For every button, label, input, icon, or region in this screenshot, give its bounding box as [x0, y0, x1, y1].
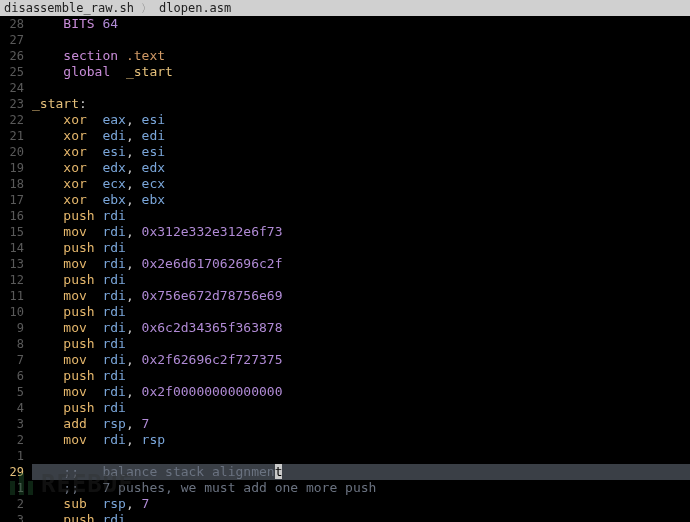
code-line[interactable]: 23_start: [0, 96, 690, 112]
code-editor[interactable]: 28 BITS 642726 section .text25 global _s… [0, 16, 690, 522]
code-line[interactable]: 1 [0, 448, 690, 464]
line-content[interactable]: push rdi [32, 368, 690, 384]
line-content[interactable]: section .text [32, 48, 690, 64]
code-line[interactable]: 7 mov rdi, 0x2f62696c2f727375 [0, 352, 690, 368]
line-content[interactable]: mov rdi, 0x756e672d78756e69 [32, 288, 690, 304]
code-line[interactable]: 20 xor esi, esi [0, 144, 690, 160]
line-content[interactable]: mov rdi, rsp [32, 432, 690, 448]
token-plain [32, 304, 63, 319]
token-plain [32, 224, 63, 239]
line-content[interactable]: xor eax, esi [32, 112, 690, 128]
code-line[interactable]: 16 push rdi [0, 208, 690, 224]
token-comment: ;; [63, 464, 79, 479]
line-number: 29 [0, 464, 32, 480]
token-register: rdi [102, 256, 125, 271]
code-line[interactable]: 3 push rdi [0, 512, 690, 522]
token-plain: , [126, 416, 142, 431]
code-line[interactable]: 26 section .text [0, 48, 690, 64]
token-plain [32, 48, 63, 63]
line-content[interactable]: sub rsp, 7 [32, 496, 690, 512]
line-content[interactable]: _start: [32, 96, 690, 112]
code-line[interactable]: 17 xor ebx, ebx [0, 192, 690, 208]
line-content[interactable]: push rdi [32, 240, 690, 256]
line-content[interactable]: mov rdi, 0x2e6d617062696c2f [32, 256, 690, 272]
code-line[interactable]: 6 push rdi [0, 368, 690, 384]
token-plain [118, 48, 126, 63]
code-line[interactable]: 24 [0, 80, 690, 96]
code-line[interactable]: 9 mov rdi, 0x6c2d34365f363878 [0, 320, 690, 336]
line-content[interactable]: mov rdi, 0x2f62696c2f727375 [32, 352, 690, 368]
token-comment: 7 pushes, we must add one more push [102, 480, 376, 495]
line-content[interactable]: xor edi, edi [32, 128, 690, 144]
breadcrumb-parent[interactable]: disassemble_raw.sh [4, 1, 134, 15]
token-plain [87, 192, 103, 207]
token-mnemonic: push [63, 400, 94, 415]
line-number: 24 [0, 80, 32, 96]
code-line[interactable]: 19 xor edx, edx [0, 160, 690, 176]
line-content[interactable]: push rdi [32, 512, 690, 522]
line-content[interactable]: xor ecx, ecx [32, 176, 690, 192]
token-plain [32, 128, 63, 143]
line-number: 13 [0, 256, 32, 272]
line-content[interactable]: global _start [32, 64, 690, 80]
token-number: 0x6c2d34365f363878 [142, 320, 283, 335]
code-line[interactable]: 2 sub rsp, 7 [0, 496, 690, 512]
code-line[interactable]: 10 push rdi [0, 304, 690, 320]
code-line[interactable]: 29 ;; balance stack alignment [0, 464, 690, 480]
code-line[interactable]: 25 global _start [0, 64, 690, 80]
line-number: 22 [0, 112, 32, 128]
line-content[interactable]: push rdi [32, 336, 690, 352]
code-line[interactable]: 4 push rdi [0, 400, 690, 416]
token-register: ebx [102, 192, 125, 207]
code-line[interactable]: 5 mov rdi, 0x2f00000000000000 [0, 384, 690, 400]
token-plain: , [126, 288, 142, 303]
line-number: 18 [0, 176, 32, 192]
code-line[interactable]: 8 push rdi [0, 336, 690, 352]
token-register: rdi [102, 240, 125, 255]
line-content[interactable]: push rdi [32, 272, 690, 288]
line-number: 16 [0, 208, 32, 224]
code-line[interactable]: 21 xor edi, edi [0, 128, 690, 144]
line-number: 2 [0, 496, 32, 512]
token-label: _start [32, 96, 79, 111]
code-line[interactable]: 13 mov rdi, 0x2e6d617062696c2f [0, 256, 690, 272]
code-line[interactable]: 3 add rsp, 7 [0, 416, 690, 432]
token-register: rdi [102, 512, 125, 522]
line-content[interactable]: ;; 7 pushes, we must add one more push [32, 480, 690, 496]
code-line[interactable]: 22 xor eax, esi [0, 112, 690, 128]
line-content[interactable]: xor ebx, ebx [32, 192, 690, 208]
token-plain [32, 192, 63, 207]
code-line[interactable]: 15 mov rdi, 0x312e332e312e6f73 [0, 224, 690, 240]
line-content[interactable]: xor edx, edx [32, 160, 690, 176]
line-content[interactable] [32, 32, 690, 48]
line-content[interactable]: add rsp, 7 [32, 416, 690, 432]
line-content[interactable]: mov rdi, 0x6c2d34365f363878 [32, 320, 690, 336]
line-content[interactable]: xor esi, esi [32, 144, 690, 160]
line-content[interactable]: mov rdi, 0x312e332e312e6f73 [32, 224, 690, 240]
code-line[interactable]: 2 mov rdi, rsp [0, 432, 690, 448]
token-number: 0x312e332e312e6f73 [142, 224, 283, 239]
code-line[interactable]: 18 xor ecx, ecx [0, 176, 690, 192]
token-number: 7 [142, 496, 150, 511]
line-content[interactable]: push rdi [32, 208, 690, 224]
code-line[interactable]: 11 mov rdi, 0x756e672d78756e69 [0, 288, 690, 304]
line-content[interactable]: mov rdi, 0x2f00000000000000 [32, 384, 690, 400]
line-content[interactable] [32, 80, 690, 96]
line-content[interactable]: BITS 64 [32, 16, 690, 32]
line-number: 12 [0, 272, 32, 288]
line-content[interactable]: push rdi [32, 400, 690, 416]
line-number: 14 [0, 240, 32, 256]
token-plain [87, 352, 103, 367]
token-plain: , [126, 192, 142, 207]
code-line[interactable]: 1 ;; 7 pushes, we must add one more push [0, 480, 690, 496]
code-line[interactable]: 12 push rdi [0, 272, 690, 288]
token-register: esi [142, 112, 165, 127]
code-line[interactable]: 28 BITS 64 [0, 16, 690, 32]
code-line[interactable]: 27 [0, 32, 690, 48]
line-content[interactable]: push rdi [32, 304, 690, 320]
line-content[interactable]: ;; balance stack alignment [32, 464, 690, 480]
code-line[interactable]: 14 push rdi [0, 240, 690, 256]
line-content[interactable] [32, 448, 690, 464]
token-register: rdi [102, 384, 125, 399]
breadcrumb-current: dlopen.asm [159, 1, 231, 15]
